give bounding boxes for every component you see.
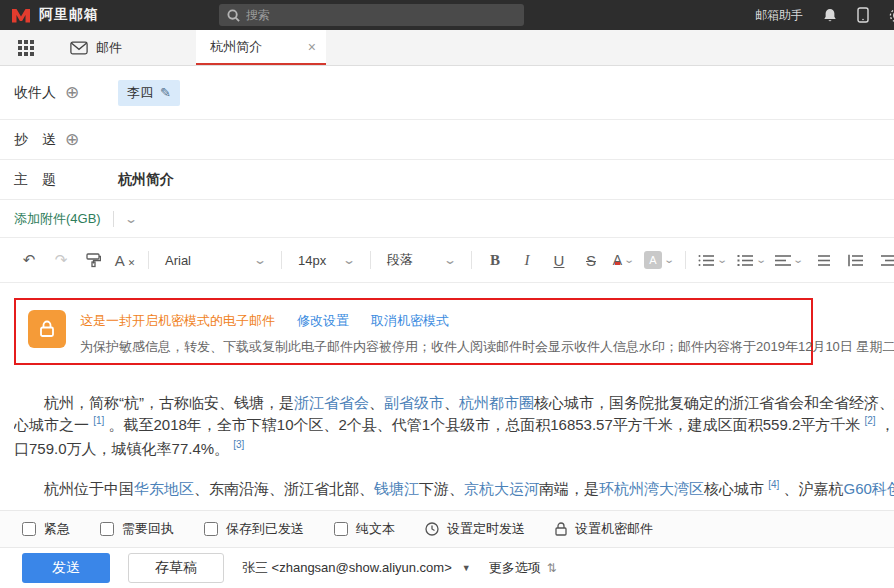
bold-button[interactable]: B (480, 245, 510, 275)
recipient-row[interactable]: 收件人 ⊕ 李四 ✎ (0, 66, 894, 120)
option-plain-text[interactable]: 纯文本 (334, 520, 395, 538)
body-link[interactable]: 京杭大运河 (464, 480, 539, 497)
indent-button[interactable] (873, 245, 894, 275)
font-color-button[interactable]: A ⌄ (608, 245, 638, 275)
body-text: 口759.0万人，城镇化率77.4%。 (14, 440, 233, 457)
cc-row[interactable]: 抄 送 ⊕ (0, 120, 894, 160)
add-cc-icon[interactable]: ⊕ (65, 131, 79, 148)
body-reference[interactable]: [4] (768, 479, 779, 490)
mail-body-editor[interactable]: 杭州，简称“杭”，古称临安、钱塘，是浙江省省会、副省级市、杭州都市圈核心城市，国… (0, 379, 894, 510)
more-options-button[interactable]: 更多选项 ⇅ (489, 559, 557, 577)
bell-icon[interactable] (823, 8, 837, 23)
body-text: 、 (369, 394, 384, 411)
body-text: 、东南沿海、浙江省北部、 (194, 480, 374, 497)
subject-label: 主 题 (14, 171, 118, 189)
recipient-label: 收件人 (14, 84, 56, 102)
attachment-chevron-down-icon[interactable]: ⌄ (124, 213, 138, 225)
timed-send-label: 设置定时发送 (447, 520, 525, 538)
receipt-checkbox[interactable] (100, 522, 114, 536)
tab-compose-active[interactable]: 杭州简介 × (196, 30, 326, 65)
body-line: 口759.0万人，城镇化率77.4%。 [3] (14, 438, 894, 462)
undo-button[interactable]: ↶ (14, 245, 44, 275)
send-button[interactable]: 发送 (22, 553, 110, 583)
option-save-sent[interactable]: 保存到已发送 (204, 520, 304, 538)
save-sent-label: 保存到已发送 (226, 520, 304, 538)
body-reference[interactable]: [3] (233, 439, 244, 450)
subject-row[interactable]: 主 题 杭州简介 (0, 160, 894, 200)
search-box[interactable] (219, 4, 524, 26)
body-reference[interactable]: [1] (93, 415, 104, 426)
bullet-list-button[interactable]: ⌄ (694, 245, 730, 275)
sender-select[interactable]: 张三 <zhangsan@show.aliyun.com> ▼ (242, 559, 471, 577)
justify-button[interactable] (809, 245, 839, 275)
save-draft-button[interactable]: 存草稿 (128, 553, 224, 583)
outdent-button[interactable] (841, 245, 871, 275)
font-family-select[interactable]: Arial ⌄ (157, 245, 273, 275)
font-size-value: 14px (298, 253, 326, 268)
add-recipient-icon[interactable]: ⊕ (65, 84, 79, 101)
cancel-confidential-link[interactable]: 取消机密模式 (371, 312, 449, 330)
recipient-chip[interactable]: 李四 ✎ (118, 80, 180, 106)
body-text: 南端，是 (539, 480, 599, 497)
edit-pencil-icon[interactable]: ✎ (160, 85, 171, 100)
option-timed-send[interactable]: 设置定时发送 (425, 520, 525, 538)
highlight-letter: A (644, 251, 662, 269)
clear-format-button[interactable]: A✕ (110, 245, 140, 275)
modify-settings-link[interactable]: 修改设置 (297, 312, 349, 330)
lock-icon (28, 310, 66, 348)
confidential-notice: 这是一封开启机密模式的电子邮件 修改设置 取消机密模式 为保护敏感信息，转发、下… (28, 310, 894, 356)
urgent-label: 紧急 (44, 520, 70, 538)
tab-compose-label: 杭州简介 (210, 38, 262, 56)
mail-assistant-link[interactable]: 邮箱助手 (755, 7, 803, 24)
top-bar: 阿里邮箱 邮箱助手 (0, 0, 894, 30)
font-color-letter: A (613, 252, 622, 268)
divider (471, 251, 472, 269)
add-attachment-button[interactable]: 添加附件(4GB) (14, 210, 101, 228)
confidential-label: 设置机密邮件 (575, 520, 653, 538)
option-urgent[interactable]: 紧急 (22, 520, 70, 538)
mobile-app-icon[interactable] (857, 7, 869, 23)
numbered-list-button[interactable]: ⌄ (733, 245, 769, 275)
body-text: 、 (444, 394, 459, 411)
search-input[interactable] (246, 8, 516, 22)
option-receipt[interactable]: 需要回执 (100, 520, 174, 538)
body-link[interactable]: 副省级市 (384, 394, 444, 411)
underline-button[interactable]: U (544, 245, 574, 275)
body-text: 下游、 (419, 480, 464, 497)
align-button[interactable]: ⌄ (771, 245, 806, 275)
paragraph-gap (14, 462, 894, 478)
paragraph-value: 段落 (387, 251, 413, 269)
settings-icon[interactable] (889, 8, 894, 23)
urgent-checkbox[interactable] (22, 522, 36, 536)
subject-value[interactable]: 杭州简介 (118, 171, 174, 189)
save-sent-checkbox[interactable] (204, 522, 218, 536)
body-link[interactable]: 钱塘江 (374, 480, 419, 497)
body-link[interactable]: G60科创走廊 (843, 480, 894, 497)
paragraph-select[interactable]: 段落 ⌄ (379, 245, 463, 275)
divider (370, 251, 371, 269)
apps-grid-icon[interactable] (0, 30, 52, 65)
redo-button[interactable]: ↷ (46, 245, 76, 275)
receipt-label: 需要回执 (122, 520, 174, 538)
plain-text-checkbox[interactable] (334, 522, 348, 536)
italic-button[interactable]: I (512, 245, 542, 275)
font-size-select[interactable]: 14px ⌄ (290, 245, 362, 275)
body-link[interactable]: 浙江省省会 (294, 394, 369, 411)
body-text: ， (876, 416, 894, 433)
confidential-title: 这是一封开启机密模式的电子邮件 (80, 312, 275, 330)
recipient-label-group: 收件人 ⊕ (14, 84, 118, 102)
chevron-down-icon: ⌄ (717, 255, 729, 265)
body-reference[interactable]: [2] (864, 415, 875, 426)
up-down-arrows-icon: ⇅ (547, 561, 557, 575)
body-text: 核心城市，国务院批复确定的浙江省省会和全省经济、文化、科教中心、 (534, 394, 894, 411)
format-painter-icon[interactable] (78, 245, 108, 275)
highlight-color-button[interactable]: A ⌄ (640, 245, 677, 275)
body-link[interactable]: 杭州都市圈 (459, 394, 534, 411)
strikethrough-button[interactable]: S (576, 245, 606, 275)
body-link[interactable]: 环杭州湾大湾区 (599, 480, 704, 497)
body-link[interactable]: 华东地区 (134, 480, 194, 497)
tab-mail[interactable]: 邮件 (52, 30, 152, 65)
option-confidential[interactable]: 设置机密邮件 (555, 520, 653, 538)
alimail-logo-icon (10, 6, 32, 24)
tab-close-icon[interactable]: × (308, 39, 316, 55)
